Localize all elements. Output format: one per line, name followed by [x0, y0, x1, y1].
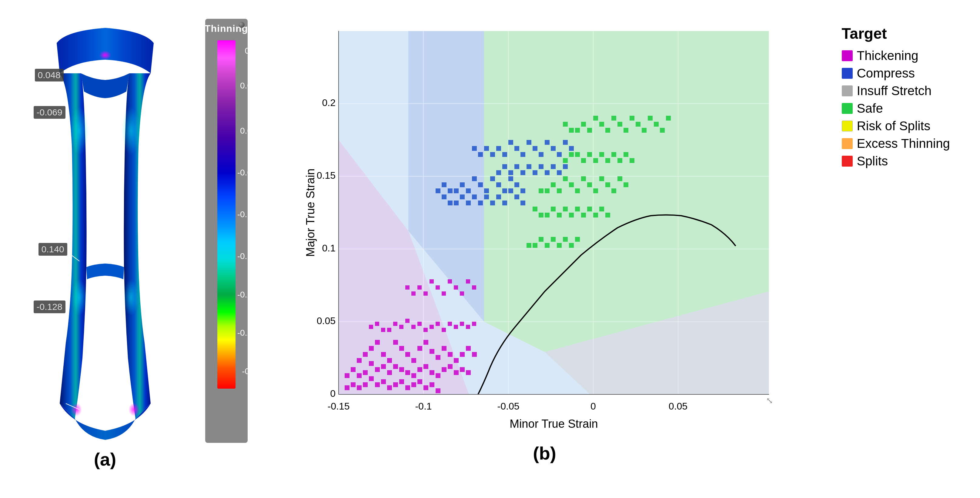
legend-item-thickening: Thickening — [842, 48, 918, 63]
svg-rect-229 — [563, 158, 568, 163]
svg-rect-100 — [405, 319, 409, 323]
annotation-0140: 0.140 — [38, 243, 67, 256]
legend-swatch-safe — [842, 103, 853, 114]
svg-rect-243 — [533, 243, 538, 248]
svg-rect-118 — [430, 279, 434, 284]
svg-point-3 — [123, 279, 138, 316]
svg-rect-196 — [611, 189, 616, 193]
tick-n03: -0.3 — [242, 366, 256, 376]
svg-rect-175 — [514, 164, 519, 169]
svg-rect-204 — [599, 122, 604, 127]
tick-n010: -0.10 — [237, 209, 257, 219]
svg-rect-56 — [454, 358, 459, 363]
svg-rect-157 — [496, 146, 501, 151]
annotation-0048: 0.048 — [35, 69, 64, 81]
fld-area: Major True Strain Minor True Strain 0 0.… — [260, 19, 830, 479]
svg-rect-207 — [617, 122, 622, 127]
svg-rect-236 — [581, 213, 586, 217]
svg-rect-213 — [563, 122, 568, 127]
svg-rect-70 — [430, 370, 434, 375]
svg-point-0 — [70, 106, 89, 155]
legend-swatch-compress — [842, 68, 853, 79]
svg-rect-81 — [369, 376, 374, 381]
svg-rect-110 — [375, 322, 379, 326]
svg-rect-169 — [478, 152, 483, 157]
svg-rect-195 — [605, 182, 610, 187]
svg-rect-215 — [654, 122, 659, 127]
svg-rect-140 — [442, 182, 447, 187]
svg-rect-223 — [605, 158, 610, 163]
svg-rect-233 — [563, 206, 568, 211]
svg-rect-78 — [454, 370, 459, 375]
svg-text:0.2: 0.2 — [322, 97, 335, 108]
svg-rect-199 — [624, 182, 628, 187]
svg-rect-52 — [430, 349, 434, 354]
svg-rect-93 — [363, 382, 368, 387]
svg-rect-214 — [648, 116, 652, 121]
svg-rect-227 — [630, 158, 635, 163]
svg-rect-53 — [436, 355, 441, 360]
svg-rect-190 — [575, 189, 580, 193]
svg-rect-194 — [599, 176, 604, 181]
svg-rect-138 — [520, 189, 525, 193]
tick-n015: -0.15 — [237, 251, 257, 261]
svg-rect-128 — [460, 182, 465, 187]
svg-rect-181 — [551, 164, 556, 169]
svg-point-2 — [72, 279, 87, 316]
svg-rect-57 — [460, 352, 465, 357]
svg-rect-245 — [545, 243, 550, 248]
tick-n020: -0.20 — [237, 290, 257, 300]
svg-rect-102 — [417, 322, 422, 326]
legend-title: Target — [842, 25, 887, 43]
svg-rect-222 — [599, 152, 604, 157]
svg-rect-83 — [381, 379, 386, 384]
legend-item-safe: Safe — [842, 101, 883, 116]
svg-point-1 — [122, 106, 140, 155]
svg-rect-63 — [387, 370, 392, 375]
svg-rect-248 — [563, 237, 568, 242]
svg-rect-130 — [472, 176, 477, 181]
legend-container: Target Thickening Compress Insuff Stretc… — [836, 19, 963, 174]
svg-rect-45 — [357, 358, 362, 363]
svg-rect-242 — [533, 206, 538, 211]
svg-rect-112 — [460, 322, 464, 326]
svg-rect-209 — [630, 116, 635, 121]
legend-swatch-splits — [842, 156, 853, 167]
svg-rect-119 — [436, 285, 440, 290]
svg-rect-122 — [454, 285, 458, 290]
svg-rect-202 — [587, 128, 592, 133]
svg-rect-105 — [436, 322, 440, 326]
svg-rect-43 — [387, 358, 392, 363]
svg-rect-111 — [369, 325, 373, 329]
svg-rect-41 — [375, 340, 380, 345]
part-b-label: (b) — [533, 443, 556, 464]
svg-rect-148 — [490, 201, 495, 205]
svg-rect-50 — [417, 346, 422, 351]
legend-label-insuff-stretch: Insuff Stretch — [857, 84, 932, 98]
annotation-neg0069: -0.069 — [33, 106, 65, 119]
svg-rect-86 — [399, 379, 404, 384]
svg-rect-145 — [472, 195, 477, 199]
svg-rect-108 — [454, 325, 458, 329]
svg-rect-74 — [363, 370, 368, 375]
svg-rect-225 — [617, 158, 622, 163]
svg-rect-58 — [466, 346, 471, 351]
svg-rect-64 — [393, 364, 398, 369]
svg-rect-117 — [423, 292, 428, 296]
tick-000: 0.00 — [240, 126, 257, 136]
svg-rect-62 — [381, 364, 386, 369]
svg-rect-221 — [593, 158, 598, 163]
svg-rect-231 — [551, 206, 556, 211]
svg-rect-71 — [436, 373, 441, 378]
svg-rect-116 — [417, 285, 422, 290]
fld-svg: Major True Strain Minor True Strain 0 0.… — [302, 19, 787, 437]
legend-label-splits: Splits — [857, 154, 888, 168]
svg-rect-232 — [557, 213, 562, 217]
svg-rect-216 — [660, 128, 665, 133]
svg-rect-55 — [448, 352, 453, 357]
svg-rect-142 — [454, 201, 459, 205]
svg-rect-94 — [357, 385, 362, 390]
svg-rect-89 — [417, 379, 422, 384]
svg-rect-218 — [575, 152, 580, 157]
svg-rect-124 — [466, 279, 470, 284]
